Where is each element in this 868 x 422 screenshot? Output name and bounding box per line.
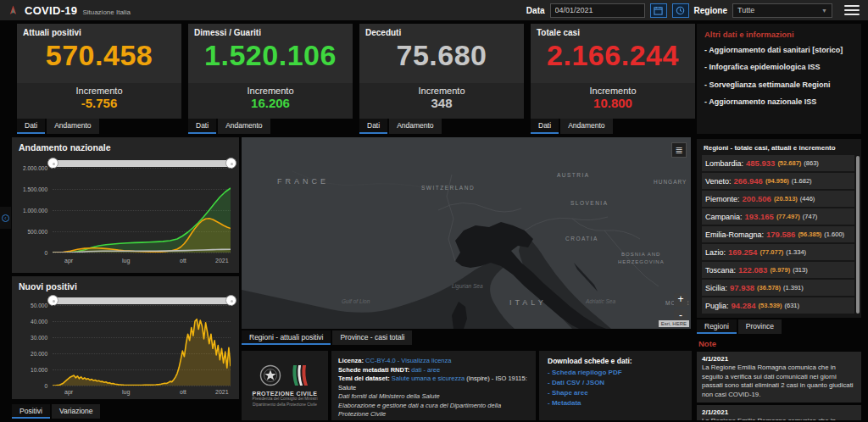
tab-dati[interactable]: Dati <box>188 119 216 134</box>
y-tick: 2.000.000 <box>12 165 47 171</box>
region-increment: (1.682) <box>792 177 812 185</box>
menu-button[interactable] <box>844 5 860 15</box>
x-tick: 2021 <box>215 258 229 264</box>
metadata-label: Schede metadati RNDT: <box>338 366 409 374</box>
region-name: Piemonte: <box>705 195 740 203</box>
x-tick: apr <box>64 389 73 395</box>
andamento-chart-canvas[interactable] <box>53 168 231 253</box>
region-name: Campania: <box>705 213 743 221</box>
top-bar-controls: Data Regione Tutte ▼ <box>526 3 860 18</box>
download-title: Download schede e dati: <box>548 357 683 365</box>
region-increment: (1.334) <box>786 248 806 256</box>
link-sorveglianza-regioni[interactable]: - Sorveglianza settimanale Regioni <box>704 81 854 90</box>
clock-icon <box>676 6 685 15</box>
y-tick: 50.000 <box>12 303 47 308</box>
region-active: (56.385) <box>798 230 821 238</box>
map-attribution: Esri, HERE <box>659 320 689 327</box>
tab-variazione[interactable]: Variazione <box>52 404 101 419</box>
increment-label: Incremento <box>531 86 695 96</box>
y-tick: 30.000 <box>12 335 47 341</box>
region-active: (9.979) <box>770 266 790 274</box>
footer-logo-panel: PROTEZIONE CIVILE Presidenza del Consigl… <box>242 351 328 420</box>
increment-label: Incremento <box>17 86 181 96</box>
date-input[interactable] <box>550 3 645 18</box>
left-panel-expander[interactable]: ‹ <box>0 207 11 229</box>
tab-andamento[interactable]: Andamento <box>560 119 612 134</box>
y-tick: 1.000.000 <box>12 208 47 214</box>
region-row-puglia[interactable]: Puglia: 94.284 (53.539) (631) <box>702 297 854 314</box>
increment-label: Incremento <box>188 86 353 96</box>
italy-map[interactable]: FRANCE SWITZERLAND AUSTRIA SLOVENIA HUNG… <box>242 137 691 329</box>
region-row-veneto[interactable]: Veneto: 266.946 (94.956) (1.682) <box>702 173 854 189</box>
map-zoom-in-button[interactable]: + <box>674 293 687 307</box>
y-tick: 1.500.000 <box>12 186 47 192</box>
map-legend-button[interactable]: ≣ <box>671 142 687 158</box>
x-tick: lug <box>122 258 130 264</box>
time-range-slider[interactable] <box>53 297 231 304</box>
tab-dati[interactable]: Dati <box>17 119 45 134</box>
tab-dati[interactable]: Dati <box>531 119 559 134</box>
card-title: Deceduti <box>359 24 524 37</box>
link-shape-aree[interactable]: - Shape aree <box>548 388 683 398</box>
increment-value: 10.800 <box>531 96 695 110</box>
tab-andamento[interactable]: Andamento <box>218 119 270 134</box>
map-tabs: Regioni - attuali positivi Province - ca… <box>242 330 412 345</box>
tab-dati[interactable]: Dati <box>359 119 387 134</box>
region-name: Sicilia: <box>705 284 727 292</box>
org-name: PROTEZIONE CIVILE <box>253 391 318 397</box>
tab-andamento[interactable]: Andamento <box>389 119 441 134</box>
tab-regioni-attuali-positivi[interactable]: Regioni - attuali positivi <box>242 330 331 345</box>
notes-title: Note <box>698 339 861 348</box>
link-metadata[interactable]: - Metadata <box>548 398 683 408</box>
region-row-campania[interactable]: Campania: 193.165 (77.497) (747) <box>702 208 854 225</box>
map-label-ligurian-sea: Ligurian Sea <box>452 283 483 290</box>
region-total: 193.165 <box>745 212 774 221</box>
regions-tabs: Regioni Province <box>697 319 782 334</box>
x-tick: apr <box>64 258 73 264</box>
note-text: La Regione Emilia Romagna comunica che i… <box>702 417 856 420</box>
region-row-lazio[interactable]: Lazio: 169.254 (77.077) (1.334) <box>702 244 854 260</box>
card-title: Dimessi / Guariti <box>188 24 353 37</box>
time-range-slider[interactable] <box>53 160 231 167</box>
link-aggiornamento-dati-sanitari[interactable]: - Aggiornamento dati sanitari [storico] <box>704 46 854 55</box>
nuovi-positivi-chart-canvas[interactable] <box>53 305 231 386</box>
link-infografica-iss[interactable]: - Infografica epidemiologica ISS <box>704 63 854 72</box>
tab-province[interactable]: Province <box>738 319 782 334</box>
region-total: 122.083 <box>738 265 767 275</box>
link-scheda-riepilogo-pdf[interactable]: - Scheda riepilogo PDF <box>548 368 683 378</box>
map-label-bosnia-2: HERZEGOVINA <box>618 259 665 264</box>
protezione-civile-logo-icon <box>7 4 19 17</box>
map-label-gulf-of-lion: Gulf of Lion <box>342 298 370 304</box>
note-date: 2/1/2021 <box>702 408 856 416</box>
tab-andamento[interactable]: Andamento <box>47 119 98 134</box>
link-dati-csv-json[interactable]: - Dati CSV / JSON <box>548 378 683 388</box>
increment-value: 348 <box>359 96 524 110</box>
region-row-toscana[interactable]: Toscana: 122.083 (9.979) (313) <box>702 262 854 278</box>
tab-positivi[interactable]: Positivi <box>12 404 50 419</box>
metadata-links[interactable]: dati - aree <box>411 366 440 374</box>
calendar-button[interactable] <box>650 3 667 18</box>
y-tick: 500.000 <box>12 229 47 235</box>
license-line: Licenza: CC-BY-4.0 - Visualizza licenza <box>338 357 529 366</box>
region-increment: (446) <box>800 195 815 203</box>
tab-province-casi-totali[interactable]: Province - casi totali <box>332 330 412 345</box>
region-total: 266.946 <box>734 176 763 186</box>
andamento-nazionale-panel: Andamento nazionale 2.000.000 1.500.000 … <box>12 137 239 273</box>
region-select[interactable]: Tutte ▼ <box>732 3 832 18</box>
note-date: 4/1/2021 <box>702 355 856 363</box>
region-active: (94.956) <box>765 177 789 185</box>
map-label-bosnia-1: BOSNIA AND <box>621 252 660 257</box>
region-row-lombardia[interactable]: Lombardia: 485.933 (52.687) (863) <box>702 155 854 171</box>
link-aggiornamento-nazionale-iss[interactable]: - Aggiornamento nazionale ISS <box>704 97 854 107</box>
map-label-hungary: HUNGARY <box>654 179 687 185</box>
region-row-sicilia[interactable]: Sicilia: 97.938 (36.578) (1.391) <box>702 280 854 296</box>
themes-link[interactable]: Salute umana e sicurezza <box>392 375 465 382</box>
time-button[interactable] <box>672 3 689 18</box>
card-value: 75.680 <box>359 39 524 72</box>
note-text: La Regione Emilia Romagna comunica che i… <box>702 364 856 399</box>
tab-regioni[interactable]: Regioni <box>697 319 737 334</box>
regions-scrollbar[interactable] <box>856 156 860 314</box>
region-row-emilia-romagna[interactable]: Emilia-Romagna: 179.586 (56.385) (1.600) <box>702 226 854 242</box>
license-link[interactable]: CC-BY-4.0 - Visualizza licenza <box>365 357 451 364</box>
region-row-piemonte[interactable]: Piemonte: 200.506 (20.513) (446) <box>702 191 854 207</box>
